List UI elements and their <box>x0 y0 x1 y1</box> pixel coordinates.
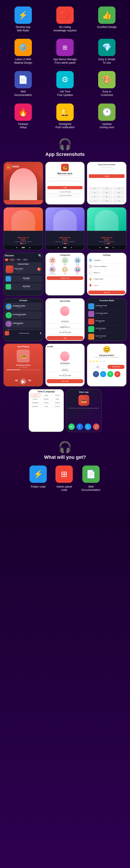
prev-button[interactable]: ⏮ <box>15 378 18 384</box>
cat-music[interactable]: Music <box>16 258 22 261</box>
bottom-section: 🎧 What will you get? ⚡ Flutter code ⊞ Ad… <box>0 436 130 496</box>
name-value[interactable]: Ali Rahman <box>46 321 84 322</box>
lang-german[interactable]: German <box>30 398 40 401</box>
search-icon[interactable]: 🔍 <box>38 254 42 257</box>
fav-item-5[interactable]: Seich YC Radio Dubai <box>88 333 125 341</box>
cat-item-2[interactable]: 📰 News <box>59 257 71 266</box>
explore-button[interactable]: Explore Now <box>46 276 84 280</box>
radio-name-2: Jazz Radio <box>12 285 41 287</box>
radio-item-1[interactable]: Hot Radio Pop • Live <box>5 275 42 282</box>
cat-item-4[interactable]: 🎭 Entertainment <box>46 266 58 275</box>
lang-chinese[interactable]: Chinese <box>52 401 63 404</box>
num-hash[interactable]: # <box>113 199 125 203</box>
otp-3[interactable] <box>107 169 110 172</box>
star-4[interactable]: ★ <box>99 360 102 363</box>
facebook-login-button[interactable]: f Login with Facebook <box>47 194 83 197</box>
num-3[interactable]: 3 <box>113 187 125 190</box>
set-privacy[interactable]: 🔒 Privacy Policy <box>88 276 125 282</box>
otp-2[interactable] <box>103 169 106 172</box>
all-radio-title: All Radio <box>5 300 42 302</box>
cat-item-3[interactable]: ⚽ Sports <box>72 257 84 266</box>
radio-thumb-1 <box>6 276 11 281</box>
play-pause-button[interactable]: ▶ <box>20 378 26 384</box>
lang-hindi[interactable]: Hindi <box>41 405 51 408</box>
all-radio-item-2[interactable]: 🎵 US Security Radio Talk <box>5 311 42 319</box>
facebook-share-btn[interactable]: f <box>93 371 99 377</box>
num-1[interactable]: 1 <box>89 187 100 190</box>
set-logout[interactable]: 🚪 Log out <box>88 282 125 288</box>
all-radio-item-1[interactable]: 📻 All Bahrain Radio Live Now <box>5 303 42 310</box>
star-5[interactable]: ★ <box>103 360 105 363</box>
featured-item: Radio Station Live • 128k ▶ <box>6 266 41 273</box>
cat-news[interactable]: News <box>9 258 15 261</box>
lang-spanish[interactable]: Spanish <box>41 398 51 401</box>
cat-sports[interactable]: Sports <box>22 258 28 261</box>
lang-japanese[interactable]: Japanese <box>30 405 40 408</box>
set-terms[interactable]: 📋 Terms & conditions <box>88 264 125 270</box>
lang-arabic[interactable]: Arabic <box>41 394 51 397</box>
sign-out-btn[interactable]: Sign Out <box>88 290 125 294</box>
num-star[interactable]: * <box>89 199 100 203</box>
rate-now-button[interactable]: Rating Now! <box>107 365 125 369</box>
back-icon[interactable]: ← <box>47 300 50 303</box>
fav-item-4[interactable]: UM.CKS Radio World <box>88 326 125 333</box>
admin-panel-icon: ⊞ <box>56 465 73 483</box>
otp-4[interactable] <box>111 169 114 172</box>
cat-item-6[interactable]: 🌍 World <box>72 266 84 275</box>
set-about[interactable]: ℹ About us <box>88 270 125 276</box>
np-radio-name: Ali Rahman Radio <box>5 364 41 366</box>
num-5[interactable]: 5 <box>101 191 112 194</box>
lang-korean[interactable]: Korean <box>52 405 63 408</box>
fav-info-4: UM.CKS Radio World <box>95 328 105 331</box>
radio-item-2[interactable]: Jazz Radio Jazz • Live <box>5 283 42 290</box>
profile-edit-button[interactable]: Edit Profile <box>46 379 84 383</box>
twitter-btn[interactable]: t <box>85 424 91 430</box>
phones-row-6: Select Language English Arabic French Ge… <box>3 389 127 432</box>
phone-favorites: Favorites Radio All Bahrain Radio Live <box>87 298 127 341</box>
num-6[interactable]: 6 <box>113 191 125 194</box>
set-language[interactable]: 🌐 Language <box>88 257 125 264</box>
lang-italian[interactable]: Italian <box>52 398 63 401</box>
radio-name-1: Hot Radio <box>12 277 41 279</box>
google-login-button[interactable]: G Login with Google <box>47 190 83 193</box>
fav-item-1[interactable]: All Bahrain Radio Live <box>88 303 125 310</box>
phone-value[interactable]: +971 50 123 4567 <box>46 332 84 333</box>
num-0[interactable]: 0 <box>101 199 112 203</box>
verify-button[interactable]: Verify <box>89 174 125 178</box>
next-button[interactable]: ⏭ <box>28 378 31 384</box>
all-radio-item-3[interactable]: 🎤 IndFringsoplin Music <box>5 320 42 328</box>
num-9[interactable]: 9 <box>113 195 125 198</box>
lang-portuguese[interactable]: Portuguese <box>30 401 40 404</box>
cat-item-5[interactable]: 💬 Talk <box>59 266 71 275</box>
star-3[interactable]: ★ <box>96 360 99 363</box>
star-1[interactable]: ★ <box>89 360 92 363</box>
fav-item-3[interactable]: IndFringsoplin Music <box>88 318 125 326</box>
mini-play[interactable]: ⏸ <box>39 332 42 335</box>
email-input[interactable] <box>47 178 83 180</box>
play-btn[interactable]: ▶ <box>37 268 41 271</box>
lang-english[interactable]: English <box>30 394 40 397</box>
lang-russian[interactable]: Russian <box>41 401 51 404</box>
email-field-value[interactable]: ali@gmail.com <box>46 326 84 328</box>
gmail-share-btn[interactable]: G <box>115 371 121 377</box>
star-2[interactable]: ★ <box>92 360 95 363</box>
whatsapp-btn[interactable]: W <box>68 424 75 430</box>
twitter-share-btn[interactable]: t <box>100 371 106 377</box>
num-8[interactable]: 8 <box>101 195 112 198</box>
edit-save-button[interactable]: Edit <box>46 336 84 340</box>
cat-item-1[interactable]: 🎵 Music <box>46 257 58 266</box>
cat-all[interactable]: All <box>5 258 8 261</box>
link-btn[interactable]: 🔗 <box>93 424 99 430</box>
password-input[interactable] <box>47 182 83 184</box>
later-button[interactable]: Later <box>89 365 106 369</box>
social-share-btns: f t W G <box>89 371 125 377</box>
lang-french[interactable]: French <box>52 394 63 397</box>
fav-item-2[interactable]: US Security Radio Talk <box>88 310 125 318</box>
facebook-btn[interactable]: f <box>76 424 83 430</box>
num-2[interactable]: 2 <box>101 187 112 190</box>
otp-1[interactable] <box>100 169 103 172</box>
num-4[interactable]: 4 <box>89 191 100 194</box>
login-button[interactable]: Login <box>47 186 83 189</box>
num-7[interactable]: 7 <box>89 195 100 198</box>
whatsapp-share-btn[interactable]: W <box>107 371 113 377</box>
